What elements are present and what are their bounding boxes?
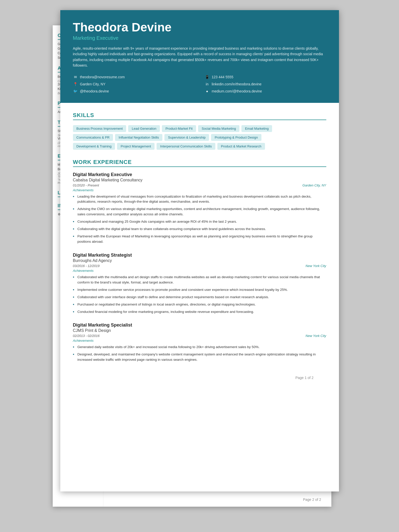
job-meta-2: 03/2016 - 12/2019 New York City — [73, 264, 326, 268]
job-bullets-2: Collaborated with the multimedia and art… — [73, 275, 326, 315]
skill-tag: Project Management — [117, 143, 155, 150]
skill-tag: Email Marketing — [241, 125, 272, 132]
address-value: Garden City, NY — [80, 82, 106, 86]
bullet-2-4: Purchased or negotiated the placement of… — [73, 302, 326, 307]
twitter-icon: 🐦 — [73, 89, 78, 94]
skill-tag: Interpersonal Communication Skills — [157, 143, 215, 150]
resume-header: Theodora Devine Marketing Executive Agil… — [60, 10, 339, 103]
skill-tag: Lead Generation — [128, 125, 160, 132]
email-value: theodora@novoresume.com — [80, 75, 125, 79]
skill-tag: Product & Market Research — [217, 143, 265, 150]
job-bullets-1: Leading the development of visual messag… — [73, 194, 326, 244]
bullet-2-5: Conducted financial modeling for online … — [73, 309, 326, 315]
skills-row-1: Business Process Improvement Lead Genera… — [73, 125, 326, 132]
bullet-3-1: Generated daily website visits of 20k+ a… — [73, 345, 326, 350]
page-stack: CERT Goog Goog Camp Searc AWA Best A Cab… — [60, 10, 339, 491]
job-company-2: Burroughs Ad Agency — [73, 258, 326, 263]
bullet-2-1: Collaborated with the multimedia and art… — [73, 275, 326, 285]
achievements-label-3: Achievements — [73, 339, 326, 343]
achievements-label-1: Achievements — [73, 188, 326, 192]
bullet-2-2: Implemented online customer service proc… — [73, 287, 326, 293]
contact-medium: ● medium.com/@theodora.devine — [205, 89, 326, 94]
phone-value: 123 444 5555 — [212, 75, 234, 79]
bullet-3-2: Designed, developed, and maintained the … — [73, 352, 326, 363]
contact-address: 📍 Garden City, NY — [73, 82, 195, 87]
job-title-3: Digital Marketing Specialist — [73, 322, 326, 328]
skill-tag: Prototyping & Product Design — [211, 134, 261, 141]
candidate-summary: Agile, results-oriented marketer with 9+… — [73, 46, 326, 68]
job-company-3: CJMS Print & Design — [73, 328, 326, 333]
bullet-1-5: Partnered with the European Head of Mark… — [73, 234, 326, 244]
page-1-number: Page 1 of 2 — [73, 371, 326, 385]
medium-icon: ● — [205, 89, 210, 94]
contact-email: ✉ theodora@novoresume.com — [73, 74, 195, 80]
page-1: Theodora Devine Marketing Executive Agil… — [60, 10, 339, 491]
email-icon: ✉ — [73, 74, 78, 80]
job-dates-1: 01/2020 - Present — [73, 183, 99, 187]
job-dates-3: 02/2013 - 02/2016 — [73, 334, 100, 338]
work-heading: WORK EXPERIENCE — [73, 159, 326, 167]
bullet-1-1: Leading the development of visual messag… — [73, 194, 326, 205]
work-experience-section: WORK EXPERIENCE Digital Marketing Execut… — [73, 159, 326, 363]
skill-tag: Social Media Marketing — [198, 125, 239, 132]
job-title-2: Digital Marketing Strategist — [73, 253, 326, 258]
contact-grid: ✉ theodora@novoresume.com 📱 123 444 5555… — [73, 74, 326, 94]
skill-tag: Business Process Improvement — [73, 125, 126, 132]
location-icon: 📍 — [73, 82, 78, 87]
skill-tag: Communications & PR — [73, 134, 113, 141]
skill-tag: Supervision & Leadership — [164, 134, 209, 141]
candidate-title: Marketing Executive — [73, 35, 326, 41]
medium-value: medium.com/@theodora.devine — [212, 89, 262, 93]
job-location-2: New York City — [306, 264, 326, 268]
contact-linkedin: in linkedin.com/in/theodora.devine — [205, 82, 326, 87]
contact-twitter: 🐦 @theodora.devine — [73, 89, 195, 94]
twitter-value: @theodora.devine — [80, 89, 109, 93]
job-bullets-3: Generated daily website visits of 20k+ a… — [73, 345, 326, 363]
skills-heading: SKILLS — [73, 112, 326, 120]
phone-icon: 📱 — [205, 74, 210, 80]
job-location-3: New York City — [306, 334, 326, 338]
contact-phone: 📱 123 444 5555 — [205, 74, 326, 80]
linkedin-value: linkedin.com/in/theodora.devine — [212, 82, 262, 86]
skill-tag: Product-Market Fit — [162, 125, 196, 132]
skills-section: SKILLS Business Process Improvement Lead… — [73, 112, 326, 150]
skill-tag: Influential Negotiation Skills — [115, 134, 162, 141]
skills-row-2: Communications & PR Influential Negotiat… — [73, 134, 326, 141]
job-company-1: Cabalsa Digital Marketing Consultancy — [73, 178, 326, 182]
bullet-1-4: Collaborating with the digital global te… — [73, 226, 326, 232]
skill-tag: Development & Training — [73, 143, 115, 150]
resume-body: SKILLS Business Process Improvement Lead… — [60, 103, 339, 394]
job-meta-3: 02/2013 - 02/2016 New York City — [73, 334, 326, 338]
achievements-label-2: Achievements — [73, 269, 326, 273]
linkedin-icon: in — [205, 82, 210, 87]
bullet-1-3: Conceptualized and managing 25 Google Ad… — [73, 219, 326, 224]
job-meta-1: 01/2020 - Present Garden City, NY — [73, 183, 326, 187]
candidate-name: Theodora Devine — [73, 20, 326, 34]
job-location-1: Garden City, NY — [302, 183, 326, 187]
skills-row-3: Development & Training Project Managemen… — [73, 143, 326, 150]
job-block-1: Digital Marketing Executive Cabalsa Digi… — [73, 172, 326, 244]
job-dates-2: 03/2016 - 12/2019 — [73, 264, 100, 268]
bullet-1-2: Advising the CMO on various strategic di… — [73, 206, 326, 217]
job-block-3: Digital Marketing Specialist CJMS Print … — [73, 322, 326, 363]
bullet-2-3: Collaborated with user interface design … — [73, 295, 326, 300]
job-title-1: Digital Marketing Executive — [73, 172, 326, 177]
page-2-label: Page 2 of 2 — [303, 498, 321, 502]
job-block-2: Digital Marketing Strategist Burroughs A… — [73, 253, 326, 315]
